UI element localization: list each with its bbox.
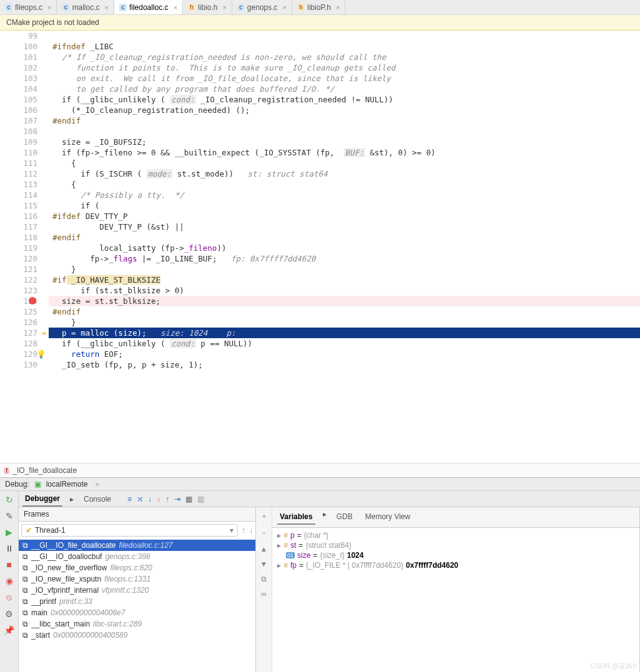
close-tab-icon[interactable]: × <box>174 4 177 11</box>
link-icon[interactable]: ∞ <box>261 590 267 598</box>
code-line[interactable]: if (S_ISCHR ( mode: st.st_mode)) st: str… <box>49 168 640 179</box>
tab-console[interactable]: Console <box>81 492 114 506</box>
step-over-icon[interactable]: ⤭ <box>137 495 143 504</box>
prev-frame-icon[interactable]: ↑ <box>242 526 245 535</box>
remove-watch-icon[interactable]: － <box>260 528 268 538</box>
tab-gdb[interactable]: GDB <box>334 510 355 525</box>
code-line[interactable] <box>49 126 640 137</box>
code-line[interactable]: fp->_flags |= _IO_LINE_BUF; fp: 0x7ffff7… <box>49 253 640 264</box>
stack-frame[interactable]: ⧉ main 0x00000000004006e7 <box>19 607 255 618</box>
warning-banner[interactable]: CMake project is not loaded <box>0 15 640 31</box>
stack-frame[interactable]: ⧉ __libc_start_main libc-start.c:289 <box>19 618 255 630</box>
file-tab[interactable]: cfileops.c× <box>0 0 57 14</box>
force-step-into-icon[interactable]: ↓ <box>157 495 160 504</box>
code-line[interactable]: if (st.st_blksize > 0) <box>49 285 640 296</box>
tab-variables[interactable]: Variables <box>277 510 315 525</box>
stack-frame[interactable]: ⧉ _IO_vfprintf_internal vfprintf.c:1320 <box>19 585 255 596</box>
run-to-cursor-icon[interactable]: ⇥ <box>174 495 180 504</box>
tab-label: libioP.h <box>307 3 331 12</box>
step-into-icon[interactable]: ↓ <box>148 495 152 504</box>
code-line[interactable]: to get called by any program that does b… <box>49 84 640 94</box>
code-line[interactable]: if (__glibc_unlikely ( cond: _IO_cleanup… <box>49 94 640 105</box>
code-line[interactable]: { <box>49 158 640 168</box>
code-area[interactable]: #ifndef _LIBC /* If _IO_cleanup_registra… <box>49 31 640 463</box>
code-line[interactable]: _IO_setb (fp, p, p + size, 1); <box>49 359 640 370</box>
variable-row[interactable]: ▸ ≡ st = {struct stat64} <box>275 540 637 550</box>
variable-row[interactable]: 01 size = {size_t} 1024 <box>275 550 637 560</box>
step-out-icon[interactable]: ↑ <box>165 495 169 504</box>
add-watch-icon[interactable]: ＋ <box>260 511 268 522</box>
variable-row[interactable]: ▸ ≡ p = {char *} <box>275 530 637 540</box>
layout-icon[interactable]: ▥ <box>197 495 204 504</box>
code-line[interactable]: /* If _IO_cleanup_registration_needed is… <box>49 52 640 62</box>
resume-icon[interactable]: ▶ <box>6 527 12 537</box>
evaluate-icon[interactable]: ▦ <box>185 495 192 504</box>
thread-selector[interactable]: ✔ Thread-1 ▾ <box>21 524 238 537</box>
tab-debugger[interactable]: Debugger <box>22 492 62 507</box>
close-tab-icon[interactable]: × <box>283 4 287 11</box>
close-tab-icon[interactable]: × <box>222 4 226 11</box>
code-line[interactable]: } <box>49 317 640 328</box>
code-line[interactable]: #endif <box>49 115 640 126</box>
stop-icon[interactable]: ■ <box>6 560 11 570</box>
code-line[interactable]: function it points to. This is to make s… <box>49 62 640 73</box>
stack-frame[interactable]: ⧉ _start 0x0000000000400589 <box>19 630 255 641</box>
code-line[interactable]: return EOF; <box>49 349 640 359</box>
code-line[interactable]: (*_IO_cleanup_registration_needed) (); <box>49 105 640 115</box>
stack-frame[interactable]: ⧉ __printf printf.c:33 <box>19 596 255 607</box>
show-exec-point-icon[interactable]: ≡ <box>127 495 132 504</box>
file-tab[interactable]: hlibioP.h× <box>292 0 345 14</box>
breakpoint-icon[interactable] <box>29 297 36 304</box>
code-line[interactable]: #ifdef DEV_TTY_P <box>49 211 640 222</box>
pin-icon[interactable]: 📌 <box>4 625 14 635</box>
expand-icon[interactable]: ▸ <box>277 531 281 540</box>
code-line[interactable]: on exit. We call it from _IO_file_doallo… <box>49 73 640 84</box>
stack-frame[interactable]: ⧉ _IO_new_file_overflow fileops.c:820 <box>19 562 255 573</box>
line-number-gutter[interactable]: 9910010110210310410510610710810911011111… <box>0 31 49 463</box>
file-tab[interactable]: cfiledoalloc.c× <box>114 0 183 14</box>
view-breakpoints-icon[interactable]: ◉ <box>6 576 13 586</box>
close-tab-icon[interactable]: × <box>47 4 51 11</box>
settings-icon[interactable]: ✎ <box>6 511 13 521</box>
close-tab-icon[interactable]: × <box>336 4 340 11</box>
down-icon[interactable]: ▼ <box>260 560 268 568</box>
code-line[interactable]: if (__glibc_unlikely ( cond: p == NULL)) <box>49 338 640 349</box>
variable-row[interactable]: ▸ ≡ fp = {_IO_FILE * | 0x7ffff7dd4620} 0… <box>275 560 637 570</box>
run-config-name[interactable]: localRemote <box>46 480 88 489</box>
expand-icon[interactable]: ▸ <box>277 541 281 550</box>
code-line[interactable]: p = malloc (size); size: 1024 p: <box>49 328 640 338</box>
file-tab[interactable]: hlibio.h× <box>183 0 232 14</box>
intention-bulb-icon[interactable]: 💡 <box>36 349 46 359</box>
close-tab-icon[interactable]: × <box>104 4 108 11</box>
code-line[interactable]: size = _IO_BUFSIZ; <box>49 137 640 147</box>
code-line[interactable]: } <box>49 264 640 275</box>
tab-memory[interactable]: Memory View <box>363 510 413 525</box>
file-tab[interactable]: cmalloc.c× <box>57 0 114 14</box>
stack-frame[interactable]: ⧉ __GI__IO_file_doallocate filedoalloc.c… <box>19 540 255 551</box>
code-line[interactable] <box>49 31 640 41</box>
copy-icon[interactable]: ⧉ <box>261 575 267 583</box>
gear-icon[interactable]: ⚙ <box>5 609 13 619</box>
code-line[interactable]: size = st.st_blksize; <box>49 296 640 306</box>
code-line[interactable]: /* Possibly a tty. */ <box>49 190 640 200</box>
code-line[interactable]: local_isatty (fp->_fileno)) <box>49 243 640 253</box>
breadcrumb[interactable]: f _IO_file_doallocate <box>0 463 640 477</box>
code-line[interactable]: if (fp->_fileno >= 0 && __builtin_expect… <box>49 147 640 158</box>
stack-frame[interactable]: ⧉ _IO_new_file_xsputn fileops.c:1331 <box>19 573 255 585</box>
code-line[interactable]: #endif <box>49 306 640 317</box>
expand-icon[interactable]: ▸ <box>277 561 281 570</box>
code-line[interactable]: #endif <box>49 232 640 243</box>
rerun-icon[interactable]: ↻ <box>6 495 13 505</box>
code-line[interactable]: #ifndef _LIBC <box>49 41 640 52</box>
close-icon[interactable]: × <box>95 480 99 488</box>
pause-icon[interactable]: ⏸ <box>5 543 14 553</box>
code-line[interactable]: DEV_TTY_P (&st) || <box>49 222 640 232</box>
code-line[interactable]: if ( <box>49 200 640 211</box>
code-line[interactable]: { <box>49 179 640 190</box>
code-line[interactable]: #if _IO_HAVE_ST_BLKSIZE <box>49 275 640 285</box>
mute-breakpoints-icon[interactable]: ⦸ <box>6 592 12 603</box>
up-icon[interactable]: ▲ <box>260 545 268 553</box>
stack-frame[interactable]: ⧉ __GI__IO_doallocbuf genops.c:398 <box>19 551 255 562</box>
next-frame-icon[interactable]: ↓ <box>249 526 253 535</box>
file-tab[interactable]: cgenops.c× <box>232 0 292 14</box>
